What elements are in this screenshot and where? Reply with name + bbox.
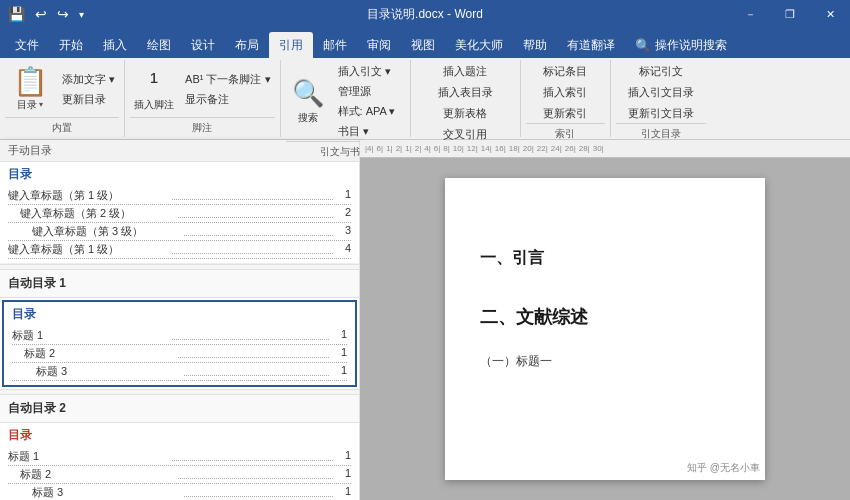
captions-group-content: 插入题注 插入表目录 更新表格 交叉引用	[416, 62, 515, 144]
update-citation-toc-btn[interactable]: 更新引文目录	[624, 104, 698, 123]
auto-toc2-item[interactable]: 目录 标题 1 1 标题 2 1 标题 3 1	[0, 423, 359, 500]
citations-small-buttons: 插入引文 ▾ 管理源 样式: APA ▾ 书目 ▾	[334, 62, 400, 141]
manual-toc-title: 目录	[8, 166, 351, 183]
toc-dropdown-arrow: ▾	[39, 100, 43, 109]
tab-design[interactable]: 设计	[181, 32, 225, 58]
toc-entry-1: 键入章标题（第 1 级） 1	[8, 187, 351, 205]
mark-citation-btn[interactable]: 标记引文	[635, 62, 687, 81]
window-title: 目录说明.docx - Word	[367, 6, 483, 23]
quick-access-toolbar: 💾 ↩ ↪ ▾	[5, 0, 87, 28]
close-btn[interactable]: ✕	[810, 0, 850, 28]
doc-subheading: （一）标题一	[480, 353, 730, 370]
update-index-btn[interactable]: 更新索引	[539, 104, 591, 123]
minimize-btn[interactable]: －	[730, 0, 770, 28]
auto-toc2-entry-3: 标题 3 1	[8, 484, 351, 500]
footnotes-group-content: ¹ 插入脚注 AB¹ 下一条脚注 ▾ 显示备注	[130, 62, 274, 117]
tab-review[interactable]: 审阅	[357, 32, 401, 58]
customize-btn[interactable]: ▾	[76, 9, 87, 20]
tab-youdao[interactable]: 有道翻译	[557, 32, 625, 58]
bibliography-btn[interactable]: 书目 ▾	[334, 122, 400, 141]
auto-toc2-entry-2: 标题 2 1	[8, 466, 351, 484]
mark-entry-btn[interactable]: 标记条目	[539, 62, 591, 81]
ribbon-group-toc: 📋 目录 ▾ 添加文字 ▾ 更新目录 内置	[0, 60, 125, 137]
manage-sources-btn[interactable]: 管理源	[334, 82, 400, 101]
tab-mail[interactable]: 邮件	[313, 32, 357, 58]
footnote-icon: ¹	[150, 68, 158, 96]
tab-references[interactable]: 引用	[269, 32, 313, 58]
tab-insert[interactable]: 插入	[93, 32, 137, 58]
style-btn[interactable]: 样式: APA ▾	[334, 102, 400, 121]
citations-group-content: 🔍 搜索 插入引文 ▾ 管理源 样式: APA ▾ 书目 ▾	[286, 62, 405, 141]
insert-table-toc-btn[interactable]: 插入表目录	[434, 83, 497, 102]
page-top-space	[480, 218, 730, 248]
toc-icon: 📋	[13, 68, 48, 96]
authorities-group-content: 标记引文 插入引文目录 更新引文目录	[616, 62, 706, 123]
index-group-label: 索引	[526, 123, 605, 141]
doc-heading2: 二、文献综述	[480, 305, 730, 329]
tab-file[interactable]: 文件	[5, 32, 49, 58]
auto-toc1-item[interactable]: 目录 标题 1 1 标题 2 1 标题 3 1	[2, 300, 357, 387]
toc-button[interactable]: 📋 目录 ▾	[5, 65, 55, 115]
insert-citation-btn[interactable]: 插入引文 ▾	[334, 62, 400, 81]
auto-toc1-entry-2: 标题 2 1	[12, 345, 347, 363]
heading-space	[480, 285, 730, 305]
add-text-btn[interactable]: 添加文字 ▾	[58, 70, 119, 89]
title-bar: 💾 ↩ ↪ ▾ 目录说明.docx - Word － ❐ ✕	[0, 0, 850, 28]
ruler-marks: |4| 6| 1| 2| 1| 2| 4| 6| 8| 10| 12| 14| …	[365, 144, 607, 153]
tab-layout[interactable]: 布局	[225, 32, 269, 58]
window-controls: － ❐ ✕	[730, 0, 850, 28]
toc-entry-4: 键入章标题（第 1 级） 4	[8, 241, 351, 259]
toc-group-content: 📋 目录 ▾ 添加文字 ▾ 更新目录	[5, 62, 119, 117]
footnote-small-buttons: AB¹ 下一条脚注 ▾ 显示备注	[181, 70, 274, 109]
doc-content[interactable]: 一、引言 二、文献综述 （一）标题一 知乎 @无名小車	[360, 158, 850, 500]
doc-area: |4| 6| 1| 2| 1| 2| 4| 6| 8| 10| 12| 14| …	[360, 140, 850, 500]
auto-toc1-label: 自动目录 1	[0, 270, 359, 298]
auto-toc1-entry-1: 标题 1 1	[12, 327, 347, 345]
insert-footnote-btn[interactable]: ¹ 插入脚注	[130, 65, 178, 115]
ribbon-tabs: 文件 开始 插入 绘图 设计 布局 引用 邮件 审阅 视图 美化大师 帮助 有道…	[0, 28, 850, 58]
insert-caption-btn[interactable]: 插入题注	[439, 62, 491, 81]
update-toc-btn[interactable]: 更新目录	[58, 90, 119, 109]
tab-home[interactable]: 开始	[49, 32, 93, 58]
auto-toc2-title: 目录	[8, 427, 351, 444]
ribbon-group-footnotes: ¹ 插入脚注 AB¹ 下一条脚注 ▾ 显示备注 脚注	[125, 60, 280, 137]
insert-citation-toc-btn[interactable]: 插入引文目录	[624, 83, 698, 102]
auto-toc2-label: 自动目录 2	[0, 395, 359, 423]
auto-toc2-entries: 标题 1 1 标题 2 1 标题 3 1	[8, 448, 351, 500]
main-area: 手动目录 目录 键入章标题（第 1 级） 1 键入章标题（第 2 级） 2 键入…	[0, 140, 850, 500]
ribbon-group-captions: 插入题注 插入表目录 更新表格 交叉引用 题注	[411, 60, 521, 137]
ribbon-group-index: 标记条目 插入索引 更新索引 索引	[521, 60, 611, 137]
toc-small-buttons: 添加文字 ▾ 更新目录	[58, 70, 119, 109]
insert-index-btn[interactable]: 插入索引	[539, 83, 591, 102]
save-quick-btn[interactable]: 💾	[5, 6, 28, 22]
auto-toc1-entry-3: 标题 3 1	[12, 363, 347, 381]
footnotes-group-label: 脚注	[130, 117, 274, 135]
tab-view[interactable]: 视图	[401, 32, 445, 58]
undo-btn[interactable]: ↩	[32, 6, 50, 22]
ribbon-group-citations: 🔍 搜索 插入引文 ▾ 管理源 样式: APA ▾ 书目 ▾ 引文与书目	[281, 60, 411, 137]
search-icon: 🔍	[635, 38, 651, 53]
ruler: |4| 6| 1| 2| 1| 2| 4| 6| 8| 10| 12| 14| …	[360, 140, 850, 158]
redo-btn[interactable]: ↪	[54, 6, 72, 22]
heading2-space	[480, 341, 730, 353]
watermark: 知乎 @无名小車	[687, 461, 760, 475]
toc-panel[interactable]: 手动目录 目录 键入章标题（第 1 级） 1 键入章标题（第 2 级） 2 键入…	[0, 140, 360, 500]
next-footnote-btn[interactable]: AB¹ 下一条脚注 ▾	[181, 70, 274, 89]
maximize-btn[interactable]: ❐	[770, 0, 810, 28]
tab-help[interactable]: 帮助	[513, 32, 557, 58]
index-group-content: 标记条目 插入索引 更新索引	[526, 62, 605, 123]
manual-toc-item[interactable]: 目录 键入章标题（第 1 级） 1 键入章标题（第 2 级） 2 键入章标题（第…	[0, 162, 359, 264]
toc-entry-3: 键入章标题（第 3 级） 3	[8, 223, 351, 241]
ribbon-toolbar: 📋 目录 ▾ 添加文字 ▾ 更新目录 内置 ¹ 插入脚注 AB¹ 下一	[0, 58, 850, 140]
authorities-group-label: 引文目录	[616, 123, 706, 141]
update-table-btn[interactable]: 更新表格	[439, 104, 491, 123]
doc-heading1: 一、引言	[480, 248, 730, 269]
search-btn[interactable]: 🔍 搜索	[286, 75, 331, 128]
toc-group-label: 内置	[5, 117, 119, 135]
doc-page: 一、引言 二、文献综述 （一）标题一 知乎 @无名小車	[445, 178, 765, 480]
tab-draw[interactable]: 绘图	[137, 32, 181, 58]
auto-toc2-entry-1: 标题 1 1	[8, 448, 351, 466]
tab-search[interactable]: 🔍 操作说明搜索	[625, 32, 737, 58]
tab-meihualishi[interactable]: 美化大师	[445, 32, 513, 58]
show-notes-btn[interactable]: 显示备注	[181, 90, 274, 109]
